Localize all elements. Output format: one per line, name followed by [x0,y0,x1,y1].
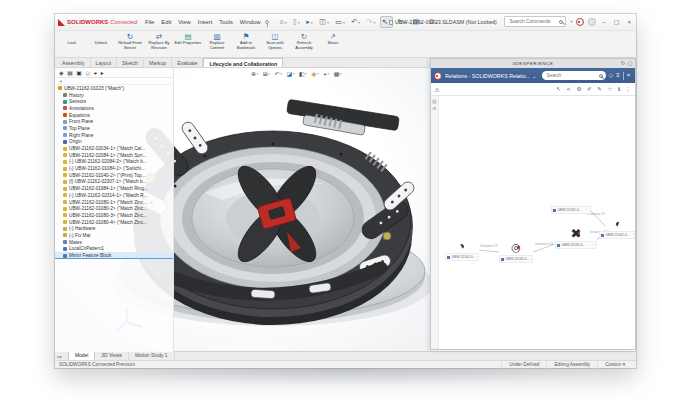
relation-node[interactable]: UBW-21162-0... ⋯ [551,206,591,214]
appearance-icon[interactable]: ◕▾ [323,71,329,77]
tree-item[interactable]: (-) Fix Mat [55,232,173,239]
pick-edit-icon[interactable]: ✐ [587,86,592,92]
lifecycle-toolbar-button[interactable]: ▥ Replace Content [203,32,231,50]
restore-button[interactable]: ▢ [612,18,622,25]
tree-item[interactable]: (-) UBW-21162-02084-2> ("Match b... [55,159,173,166]
lifecycle-toolbar-button[interactable]: ▤ Edit Properties [174,32,202,46]
tree-item[interactable]: UBW-21162-01080-1> ("Match Zinc... [55,199,173,206]
tree-item[interactable]: Front Plane [55,118,173,125]
menu-item[interactable]: Tools [219,19,233,25]
tree-item[interactable]: UBW-21162-01080-4> ("Match Zinc... [55,219,173,226]
tree-item[interactable]: Top Plane [55,125,173,132]
tree-item[interactable]: Mates [55,239,173,246]
commandmanager-tab[interactable]: Markup [144,58,172,67]
lifecycle-toolbar-button[interactable]: ⇄ Replace By Revision [145,32,173,50]
favorite-star-icon[interactable]: ☆ [607,86,612,92]
new-document-icon[interactable]: ▯▾ [292,17,301,27]
lifecycle-toolbar-button[interactable]: Unlock [87,32,115,46]
settings-gear-icon[interactable]: ⚙ [576,86,581,92]
menu-item[interactable]: Insert [198,19,213,25]
print-icon[interactable]: ▭▾ [334,17,346,27]
configurationmanager-tab-icon[interactable]: ▣ [76,69,82,78]
strip-settings-icon[interactable]: ⚙ [431,105,438,112]
panel-close-icon[interactable]: × [627,68,631,83]
tag-icon[interactable]: ◇ [609,68,614,83]
lifecycle-toolbar-button[interactable]: ⚑ Add to Bookmark [232,32,260,50]
info-icon[interactable]: ℹ [618,86,620,92]
more-icon[interactable]: ⋯ [531,257,533,261]
tree-item[interactable]: Right Plane [55,132,173,139]
commandmanager-tab[interactable]: Assembly [57,58,91,67]
tree-item[interactable]: UBW-21162-02084-1> ("Match Spri... [55,152,173,159]
featuremanager-tab-icon[interactable]: ◈ [59,69,64,78]
lifecycle-toolbar-button[interactable]: Lock [58,32,86,46]
panel-search-input[interactable] [545,72,597,79]
tree-item[interactable]: UBW-21162-01023 ("Match") [55,85,173,92]
tree-item[interactable]: Sensors [55,98,173,105]
close-button[interactable]: × [625,19,633,25]
open-icon[interactable]: ▸▾ [305,17,313,27]
relations-graph[interactable]: Instance Of Instance Of Instance Of Inst… [439,96,635,349]
home-icon[interactable]: ⌂▾ [278,17,287,27]
tree-item[interactable]: History [55,92,173,99]
lifecycle-toolbar-button[interactable]: ↗ Share [319,32,347,46]
pin-icon[interactable] [265,20,269,24]
commandmanager-tab[interactable]: Layout [91,58,118,67]
tab-scroll-arrows[interactable]: ◂▸ [57,354,63,359]
redo-icon[interactable]: ↷▾ [366,17,377,27]
more-icon[interactable]: ⋯ [477,255,479,259]
tree-filter-row[interactable]: ▼ [55,78,173,85]
tree-item[interactable]: (-) UBW-21162-01084-1> ("Switchi... [55,165,173,172]
refresh-panel-icon[interactable]: ↻ [621,59,626,68]
panel-titlebar[interactable]: 3DEXPERIENCE ↻ ▢ [431,59,635,68]
tree-item[interactable]: UBW-21162-02034-1> ("Match Cal... [55,145,173,152]
more-icon[interactable]: ⋯ [592,243,595,247]
more-options-icon[interactable]: ⋮ [625,86,631,92]
panel-menu-icon[interactable]: ≡ [616,68,620,83]
undo-icon[interactable]: ↶▾ [350,17,361,27]
app-selector[interactable]: Relations - SOLIDWORKS Relatio... ⌄ [445,73,537,79]
tree-item[interactable]: LocalCirPattern1 [55,246,173,253]
search-caret-icon[interactable]: ▾ [570,19,572,24]
edit-pencil-icon[interactable]: ✎ [597,86,602,92]
commandmanager-tab[interactable]: Lifecycle and Collaboration [203,58,283,67]
3dexperience-compass-icon[interactable] [576,18,584,26]
home-icon[interactable]: ⌂ [435,86,439,93]
hide-show-icon[interactable]: ◉▾ [311,70,319,77]
lifecycle-toolbar-button[interactable]: ↻ Reload From Server [116,32,144,50]
menu-item[interactable]: View [178,19,190,25]
compass-icon[interactable] [434,72,442,80]
command-search-box[interactable] [504,16,566,27]
commandmanager-tab[interactable]: Sketch [117,58,144,67]
menu-item[interactable]: Window [240,19,261,25]
tree-item[interactable]: Mirror Feature Block [55,252,173,259]
tree-item[interactable]: (f) UBW-21162-02307-1> ("Match b... [55,179,173,186]
lifecycle-toolbar-button[interactable]: ◫ Save with Options [261,32,289,50]
zoom-fit-icon[interactable]: ⊕▾ [251,70,258,77]
document-tab[interactable]: Motion Study 1 [129,352,175,360]
relation-node[interactable]: UBW-21162-0... ⋯ [445,238,479,261]
panel-search-box[interactable] [542,71,606,80]
select-cursor-icon[interactable]: ↖ [556,86,561,92]
menu-item[interactable]: File [145,19,154,25]
user-avatar[interactable]: ◦ [588,18,596,26]
tree-item[interactable]: Origin [55,139,173,146]
menu-item[interactable]: Edit [161,19,171,25]
document-tab[interactable]: 3D Views [95,352,129,360]
tree-item[interactable]: UBW-21162-01040-2> ("(Print) Top... [55,172,173,179]
expand-tab-icon[interactable]: ▸ [101,69,104,78]
appearances-tab-icon[interactable]: ◕ [94,69,98,78]
commandmanager-tab[interactable]: Evaluate [172,58,203,67]
command-search-input[interactable] [507,18,557,25]
document-tab[interactable]: Model [68,351,95,360]
strip-list-icon[interactable]: ▤ [431,98,438,105]
popout-panel-icon[interactable]: ▢ [628,59,633,68]
tree-item[interactable]: Equations [55,112,173,119]
minimize-button[interactable]: – [600,19,607,25]
section-view-icon[interactable]: ◪▾ [286,70,294,77]
relation-node[interactable]: UBW-21162-0... ⋯ [499,240,533,263]
lifecycle-toolbar-button[interactable]: ↻ Refresh Assembly [290,32,318,50]
propertymanager-tab-icon[interactable]: ▤ [67,69,73,78]
zoom-area-icon[interactable]: ⊞▾ [263,70,270,77]
relation-node[interactable]: UBW-21162-0... ⋯ [555,226,597,249]
